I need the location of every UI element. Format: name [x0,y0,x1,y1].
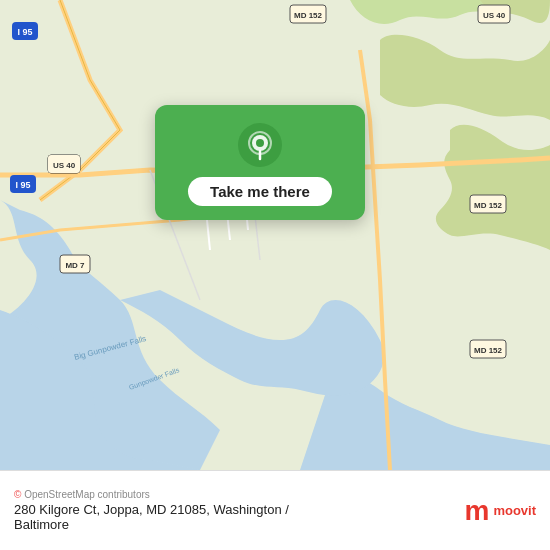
address-block: © OpenStreetMap contributors 280 Kilgore… [14,489,289,532]
svg-text:MD 152: MD 152 [474,346,503,355]
location-card[interactable]: Take me there [155,105,365,220]
svg-text:MD 152: MD 152 [474,201,503,210]
svg-text:I 95: I 95 [15,180,30,190]
svg-text:US 40: US 40 [483,11,506,20]
map-container: I 95 I 95 US 40 US 40 US 40 MD 152 MD 15… [0,0,550,470]
info-bar: © OpenStreetMap contributors 280 Kilgore… [0,470,550,550]
map-pin-icon [238,123,282,167]
svg-text:MD 7: MD 7 [65,261,85,270]
address-line: 280 Kilgore Ct, Joppa, MD 21085, Washing… [14,502,289,532]
svg-point-30 [256,139,264,147]
svg-text:I 95: I 95 [17,27,32,37]
copyright-text: © OpenStreetMap contributors [14,489,289,500]
address-text: 280 Kilgore Ct, Joppa, MD 21085, Washing… [14,502,289,517]
moovit-logo: m moovit [464,497,536,525]
moovit-brand-text: moovit [493,504,536,517]
take-me-there-button[interactable]: Take me there [188,177,332,206]
svg-text:MD 152: MD 152 [294,11,323,20]
svg-text:US 40: US 40 [53,161,76,170]
map-background: I 95 I 95 US 40 US 40 US 40 MD 152 MD 15… [0,0,550,470]
address-text-line2: Baltimore [14,517,69,532]
moovit-m-icon: m [464,497,489,525]
